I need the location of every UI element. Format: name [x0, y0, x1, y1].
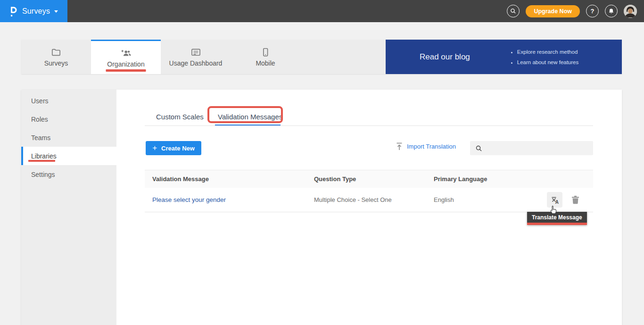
- user-avatar[interactable]: [624, 5, 637, 18]
- primary-language-cell: English: [434, 196, 547, 203]
- search-button[interactable]: [507, 5, 520, 17]
- topbar-actions: Upgrade Now ?: [507, 5, 644, 18]
- upgrade-now-button[interactable]: Upgrade Now: [526, 5, 580, 17]
- nav-tab-usage-dashboard[interactable]: Usage Dashboard: [161, 40, 231, 74]
- tabs-divider: [145, 125, 593, 126]
- blog-banner-bullet: Explore research method: [517, 47, 578, 57]
- organization-panel: Users Roles Teams Libraries Settings Cus…: [21, 90, 622, 325]
- plus-icon: +: [152, 144, 157, 152]
- nav-tab-mobile[interactable]: Mobile: [231, 40, 300, 74]
- sidebar-item-users[interactable]: Users: [21, 92, 116, 110]
- blog-banner-bullet: Learn about new features: [517, 57, 578, 67]
- nav-tab-label: Organization: [107, 60, 144, 68]
- annotation-underline-organization: [106, 69, 146, 72]
- search-icon: [510, 8, 516, 14]
- product-switcher[interactable]: Surveys: [0, 0, 67, 22]
- topbar: Surveys Upgrade Now ?: [0, 0, 644, 22]
- sidebar-item-label: Libraries: [31, 152, 57, 160]
- organization-sidebar: Users Roles Teams Libraries Settings: [21, 90, 116, 325]
- chevron-down-icon: [54, 10, 58, 13]
- column-header-primary-language: Primary Language: [434, 175, 547, 183]
- column-header-question-type: Question Type: [314, 175, 434, 183]
- nav-tab-label: Usage Dashboard: [169, 59, 223, 67]
- dashboard-icon: [190, 47, 201, 57]
- sidebar-item-settings[interactable]: Settings: [21, 165, 116, 183]
- sidebar-item-label: Roles: [31, 116, 48, 123]
- annotation-underline-libraries: [28, 160, 55, 162]
- column-header-validation-message: Validation Message: [152, 175, 314, 183]
- annotation-box-validation-messages: [207, 106, 283, 123]
- sidebar-item-teams[interactable]: Teams: [21, 128, 116, 147]
- nav-tab-label: Mobile: [256, 59, 275, 67]
- question-type-cell: Multiple Choice - Select One: [314, 196, 434, 203]
- product-name: Surveys: [22, 7, 50, 16]
- main-nav-strip: Surveys Organization: [21, 40, 622, 74]
- delete-button[interactable]: [571, 195, 579, 204]
- svg-text:A: A: [555, 200, 558, 205]
- nav-tab-surveys[interactable]: Surveys: [21, 40, 91, 74]
- help-button[interactable]: ?: [586, 5, 599, 17]
- trash-icon: [571, 195, 579, 204]
- nav-tab-label: Surveys: [44, 59, 68, 67]
- notifications-button[interactable]: [605, 5, 618, 17]
- mobile-icon: [260, 47, 271, 57]
- validation-message-link[interactable]: Please select your gender: [152, 196, 314, 203]
- sidebar-item-roles[interactable]: Roles: [21, 110, 116, 128]
- search-icon: [475, 145, 482, 152]
- main-nav-tabs: Surveys Organization: [21, 40, 386, 74]
- import-icon: [396, 142, 403, 150]
- sidebar-item-label: Users: [31, 97, 49, 105]
- blog-banner-bullets: Explore research method Learn about new …: [510, 47, 578, 67]
- hand-cursor-icon: [549, 205, 558, 217]
- table-header-row: Validation Message Question Type Primary…: [145, 170, 593, 188]
- validation-messages-table: Validation Message Question Type Primary…: [145, 170, 593, 212]
- sidebar-item-label: Settings: [31, 171, 55, 178]
- translate-icon: A: [550, 195, 560, 205]
- search-input[interactable]: [486, 145, 593, 152]
- sidebar-item-label: Teams: [31, 134, 50, 142]
- folder-icon: [51, 47, 61, 57]
- table-row: Please select your gender Multiple Choic…: [145, 188, 593, 212]
- bell-icon: [608, 8, 614, 15]
- tab-custom-scales[interactable]: Custom Scales: [156, 113, 204, 121]
- nav-tab-organization[interactable]: Organization: [91, 40, 161, 74]
- sidebar-item-libraries[interactable]: Libraries: [21, 147, 116, 165]
- create-new-label: Create New: [161, 145, 195, 152]
- import-translation-link[interactable]: Import Translation: [396, 142, 456, 150]
- import-translation-label: Import Translation: [407, 143, 456, 150]
- add-people-icon: [120, 48, 132, 58]
- blog-banner[interactable]: Read our blog Explore research method Le…: [386, 40, 622, 74]
- questionpro-logo-icon: [9, 5, 18, 17]
- create-new-button[interactable]: + Create New: [146, 141, 201, 155]
- table-search-box: [470, 141, 593, 155]
- question-mark-icon: ?: [591, 8, 594, 15]
- blog-banner-title: Read our blog: [420, 52, 470, 62]
